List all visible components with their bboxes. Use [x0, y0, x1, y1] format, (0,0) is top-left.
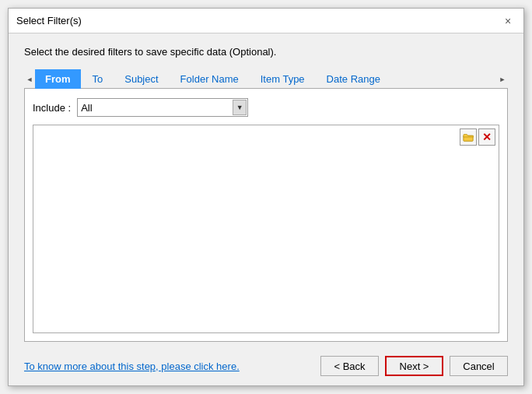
instruction-text: Select the desired filters to save speci…: [24, 46, 508, 58]
tabs-row: ◄ From To Subject Folder Name Item Type …: [24, 69, 508, 89]
list-area-buttons: ✕: [460, 128, 495, 146]
dialog-footer: To know more about this step, please cli…: [9, 350, 523, 385]
include-select-wrapper: All ▼: [77, 98, 248, 117]
footer-buttons: < Back Next > Cancel: [320, 356, 508, 376]
tab-date-range[interactable]: Date Range: [317, 69, 390, 89]
tab-subject[interactable]: Subject: [114, 69, 168, 89]
open-folder-button[interactable]: [460, 128, 477, 146]
tab-to[interactable]: To: [82, 69, 114, 89]
tab-folder-name[interactable]: Folder Name: [170, 69, 249, 89]
tab-from[interactable]: From: [35, 69, 81, 89]
include-row: Include : All ▼: [33, 98, 499, 117]
clear-button[interactable]: ✕: [478, 128, 495, 146]
list-area: ✕: [33, 125, 499, 333]
tab-content-from: Include : All ▼: [24, 89, 508, 342]
back-button[interactable]: < Back: [320, 356, 379, 376]
close-button[interactable]: ×: [500, 13, 516, 29]
include-label: Include :: [33, 102, 71, 114]
tab-scroll-right[interactable]: ►: [497, 71, 508, 88]
cancel-button[interactable]: Cancel: [450, 356, 508, 376]
dialog-body: Select the desired filters to save speci…: [9, 33, 523, 350]
folder-icon: [463, 132, 474, 142]
help-link[interactable]: To know more about this step, please cli…: [24, 361, 240, 372]
dialog-title: Select Filter(s): [16, 15, 82, 26]
next-button[interactable]: Next >: [385, 356, 443, 376]
include-select[interactable]: All: [77, 98, 248, 117]
title-bar: Select Filter(s) ×: [9, 9, 523, 33]
tab-item-type[interactable]: Item Type: [250, 69, 315, 89]
tab-scroll-left[interactable]: ◄: [24, 71, 35, 88]
select-filters-dialog: Select Filter(s) × Select the desired fi…: [8, 8, 524, 386]
list-area-wrapper: ✕: [33, 125, 499, 333]
